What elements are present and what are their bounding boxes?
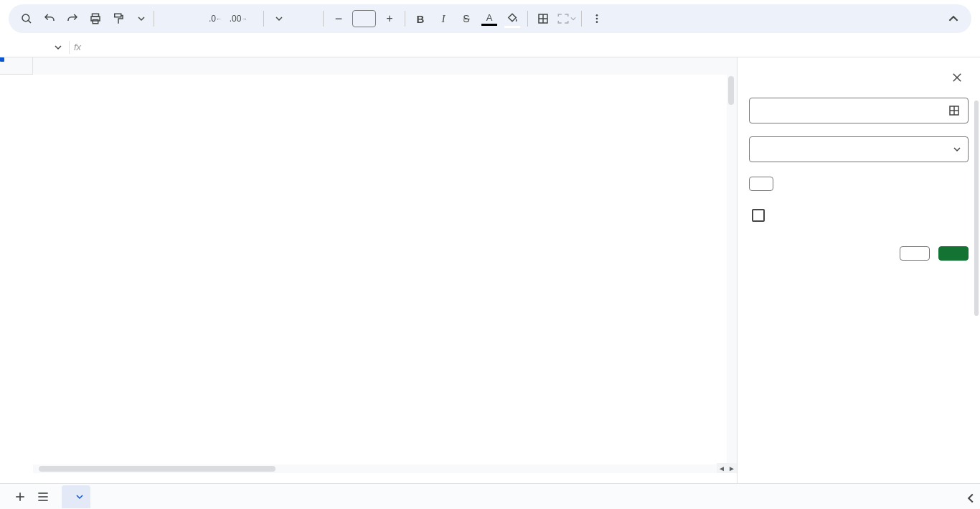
select-all-corner[interactable] bbox=[0, 57, 33, 75]
font-size-input[interactable] bbox=[352, 10, 376, 27]
all-sheets-button[interactable] bbox=[32, 485, 55, 508]
redo-icon[interactable] bbox=[62, 8, 83, 29]
scroll-right-icon[interactable]: ► bbox=[727, 463, 737, 473]
font-dropdown[interactable] bbox=[268, 15, 319, 22]
close-panel-button[interactable] bbox=[946, 66, 969, 89]
name-box[interactable] bbox=[4, 39, 65, 55]
criteria-dropdown[interactable] bbox=[749, 136, 969, 162]
text-color-button[interactable]: A bbox=[479, 8, 500, 29]
decrease-font-size-button[interactable]: − bbox=[328, 8, 349, 29]
range-input[interactable] bbox=[749, 98, 969, 123]
horizontal-scrollbar[interactable] bbox=[33, 464, 722, 473]
increase-decimal-icon[interactable]: .00→ bbox=[227, 8, 249, 29]
spreadsheet-grid[interactable]: ◄ ► bbox=[0, 57, 738, 483]
fill-color-button[interactable] bbox=[501, 8, 523, 29]
currency-button[interactable] bbox=[159, 8, 180, 29]
svg-point-11 bbox=[596, 21, 598, 23]
svg-point-0 bbox=[22, 14, 29, 22]
formula-bar: fx bbox=[0, 37, 980, 57]
done-button[interactable] bbox=[938, 246, 969, 261]
main-toolbar: .0← .00→ − + B I S A bbox=[9, 4, 971, 33]
italic-button[interactable]: I bbox=[433, 8, 454, 29]
search-icon[interactable] bbox=[16, 8, 37, 29]
increase-font-size-button[interactable]: + bbox=[379, 8, 400, 29]
scroll-left-icon[interactable]: ◄ bbox=[717, 463, 727, 473]
remove-rule-button[interactable] bbox=[900, 246, 930, 261]
svg-line-1 bbox=[29, 21, 31, 23]
svg-point-10 bbox=[596, 18, 598, 20]
add-another-item-button[interactable] bbox=[749, 177, 773, 191]
vertical-scrollbar[interactable] bbox=[727, 75, 737, 463]
chevron-down-icon bbox=[953, 146, 961, 153]
add-sheet-button[interactable] bbox=[9, 485, 32, 508]
strikethrough-button[interactable]: S bbox=[456, 8, 477, 29]
zoom-dropdown[interactable] bbox=[131, 15, 149, 22]
borders-button[interactable] bbox=[532, 8, 554, 29]
more-toolbar-icon[interactable] bbox=[586, 8, 608, 29]
bold-button[interactable]: B bbox=[410, 8, 431, 29]
svg-point-9 bbox=[596, 14, 598, 17]
sheet-tab-bar bbox=[0, 483, 980, 509]
grid-select-icon[interactable] bbox=[948, 104, 961, 117]
paint-format-icon[interactable] bbox=[108, 8, 129, 29]
panel-scrollbar[interactable] bbox=[974, 101, 979, 316]
sheet-tab-menu-icon[interactable] bbox=[76, 493, 83, 500]
allow-multiple-checkbox[interactable] bbox=[752, 209, 765, 222]
data-validation-panel bbox=[738, 57, 980, 483]
merge-cells-button[interactable] bbox=[555, 8, 577, 29]
fx-icon: fx bbox=[74, 42, 81, 52]
sheet-tab[interactable] bbox=[62, 485, 90, 508]
percent-button[interactable] bbox=[182, 8, 203, 29]
collapse-toolbar-icon[interactable] bbox=[943, 8, 964, 29]
undo-icon[interactable] bbox=[39, 8, 60, 29]
svg-rect-5 bbox=[115, 14, 121, 17]
print-icon[interactable] bbox=[85, 8, 106, 29]
decrease-decimal-icon[interactable]: .0← bbox=[204, 8, 226, 29]
explore-collapse-icon[interactable] bbox=[966, 493, 976, 503]
